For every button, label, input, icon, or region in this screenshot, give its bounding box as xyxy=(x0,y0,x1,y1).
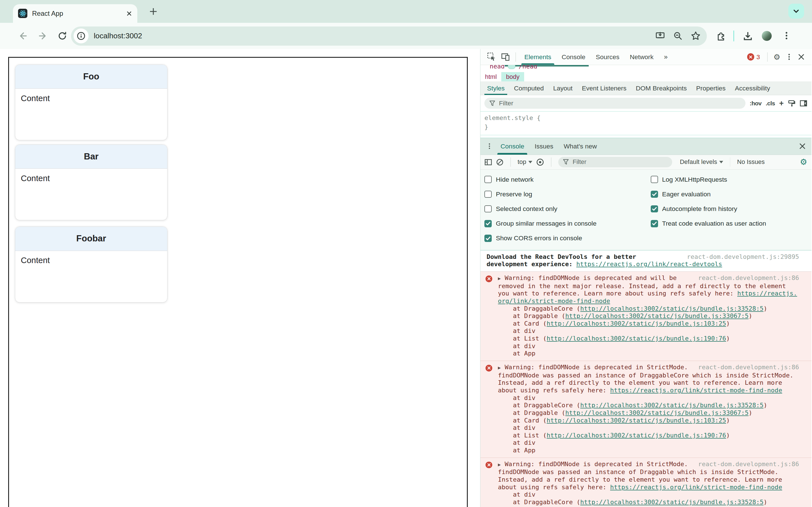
toggle-classes-button[interactable]: .cls xyxy=(766,100,775,107)
devtools-close-icon[interactable] xyxy=(798,54,805,60)
browser-menu-icon[interactable] xyxy=(782,31,791,40)
message-source-link[interactable]: react-dom.development.js:86 xyxy=(698,274,799,282)
stack-frame-link[interactable]: http://localhost:3002/static/js/bundle.j… xyxy=(547,320,726,327)
address-bar[interactable]: localhost:3002 xyxy=(71,26,707,46)
install-app-icon[interactable] xyxy=(655,31,665,41)
tab-properties[interactable]: Properties xyxy=(691,81,730,95)
message-link[interactable]: https://reactjs.org/link/strict-mode-fin… xyxy=(610,387,782,394)
downloads-icon[interactable] xyxy=(743,31,753,41)
tab-close-icon[interactable] xyxy=(126,11,132,16)
toggle-hover-state-button[interactable]: :hov xyxy=(750,100,762,107)
breadcrumb-body[interactable]: body xyxy=(501,72,524,81)
message-link[interactable]: https://reactjs.org/link/strict-mode-fin… xyxy=(610,484,782,491)
console-setting-row[interactable]: Eager evaluation xyxy=(651,187,808,202)
more-tabs-icon[interactable]: » xyxy=(659,49,673,64)
tab-styles[interactable]: Styles xyxy=(483,81,509,95)
log-levels-dropdown[interactable]: Default levels xyxy=(680,158,723,166)
console-drawer: Console Issues What's new xyxy=(480,138,812,507)
checkbox-icon[interactable] xyxy=(485,191,492,198)
stack-frame-link[interactable]: http://localhost:3002/static/js/bundle.j… xyxy=(547,417,726,424)
reload-button[interactable] xyxy=(57,31,67,41)
checkbox-icon[interactable] xyxy=(485,235,492,242)
expand-triangle-icon[interactable]: ▶ xyxy=(498,461,505,469)
checkbox-icon[interactable] xyxy=(485,205,492,213)
forward-button[interactable] xyxy=(38,31,48,41)
new-style-rule-icon[interactable]: + xyxy=(779,99,783,108)
console-setting-row[interactable]: Log XMLHttpRequests xyxy=(651,172,808,187)
stack-frame-link[interactable]: http://localhost:3002/static/js/bundle.j… xyxy=(580,305,763,312)
drawer-close-icon[interactable] xyxy=(799,143,806,150)
tab-console[interactable]: Console xyxy=(557,49,591,64)
console-settings-gear-icon[interactable]: ⚙ xyxy=(800,157,807,167)
tab-sources[interactable]: Sources xyxy=(591,49,625,64)
checkbox-icon[interactable] xyxy=(651,176,658,183)
console-setting-row[interactable]: Show CORS errors in console xyxy=(485,231,651,245)
console-filter-input[interactable]: Filter xyxy=(558,157,672,167)
card-foobar[interactable]: Foobar Content xyxy=(15,226,168,302)
back-button[interactable] xyxy=(18,31,28,41)
checkbox-icon[interactable] xyxy=(651,191,658,198)
live-expression-eye-icon[interactable] xyxy=(536,158,544,166)
stack-frame-link[interactable]: http://localhost:3002/static/js/bundle.j… xyxy=(565,313,749,320)
message-link[interactable]: https://reactjs.org/link/react-devtools xyxy=(576,261,722,268)
checkbox-icon[interactable] xyxy=(651,220,658,227)
profile-avatar[interactable] xyxy=(762,31,772,41)
elements-tree-clipped-row[interactable]: head /head xyxy=(480,65,812,72)
tab-search-button[interactable] xyxy=(788,4,804,18)
new-tab-button[interactable] xyxy=(148,6,158,17)
console-setting-row[interactable]: Preserve log xyxy=(485,187,651,202)
card-bar[interactable]: Bar Content xyxy=(15,145,168,220)
stack-frame-link[interactable]: http://localhost:3002/static/js/bundle.j… xyxy=(547,432,726,439)
issues-counter[interactable]: No Issues xyxy=(737,158,765,166)
card-foo[interactable]: Foo Content xyxy=(15,64,168,140)
checkbox-icon[interactable] xyxy=(651,205,658,213)
error-count-badge[interactable]: 3 xyxy=(747,53,760,61)
stack-frame-link[interactable]: http://localhost:3002/static/js/bundle.j… xyxy=(547,335,726,342)
expand-triangle-icon[interactable]: ▶ xyxy=(498,364,505,372)
stack-frame-link[interactable]: http://localhost:3002/static/js/bundle.j… xyxy=(565,409,749,416)
checkbox-icon[interactable] xyxy=(485,220,492,227)
device-toolbar-icon[interactable] xyxy=(501,52,510,61)
console-setting-row[interactable]: Treat code evaluation as user action xyxy=(651,216,808,231)
url-text[interactable]: localhost:3002 xyxy=(94,32,655,40)
message-source-link[interactable]: react-dom.development.js:29895 xyxy=(687,253,799,261)
bookmark-star-icon[interactable] xyxy=(691,31,701,41)
message-source-link[interactable]: react-dom.development.js:86 xyxy=(698,363,799,371)
console-sidebar-icon[interactable] xyxy=(485,158,492,166)
drawer-tab-whats-new[interactable]: What's new xyxy=(559,138,602,155)
tab-dom-breakpoints[interactable]: DOM Breakpoints xyxy=(631,81,691,95)
styles-filter-input[interactable]: Filter xyxy=(485,98,746,109)
tab-computed[interactable]: Computed xyxy=(509,81,548,95)
message-source-link[interactable]: react-dom.development.js:86 xyxy=(698,460,799,468)
rendering-brush-icon[interactable] xyxy=(788,100,796,107)
devtools-settings-gear-icon[interactable]: ⚙ xyxy=(773,52,780,62)
tab-layout[interactable]: Layout xyxy=(548,81,577,95)
console-setting-row[interactable]: Group similar messages in console xyxy=(485,216,651,231)
console-setting-row[interactable]: Autocomplete from history xyxy=(651,202,808,216)
console-setting-row[interactable]: Hide network xyxy=(485,172,651,187)
context-selector[interactable]: top xyxy=(518,158,532,166)
stack-frame-link[interactable]: http://localhost:3002/static/js/bundle.j… xyxy=(580,402,763,409)
stack-frame-link[interactable]: http://localhost:3002/static/js/bundle.j… xyxy=(580,499,763,506)
tab-elements[interactable]: Elements xyxy=(519,49,556,64)
extensions-icon[interactable] xyxy=(716,31,726,41)
tab-event-listeners[interactable]: Event Listeners xyxy=(577,81,631,95)
drawer-tab-issues[interactable]: Issues xyxy=(529,138,559,155)
inspect-element-icon[interactable] xyxy=(487,52,496,61)
console-setting-row[interactable]: Selected context only xyxy=(485,202,651,216)
clear-console-icon[interactable] xyxy=(496,158,504,166)
drawer-tab-console[interactable]: Console xyxy=(495,138,529,155)
breadcrumb-html[interactable]: html xyxy=(480,72,502,81)
browser-tab[interactable]: React App xyxy=(13,4,137,23)
element-style-block[interactable]: element.style { } xyxy=(480,111,812,135)
zoom-out-icon[interactable] xyxy=(673,31,682,41)
expand-triangle-icon[interactable]: ▶ xyxy=(498,275,505,283)
tab-accessibility[interactable]: Accessibility xyxy=(730,81,775,95)
checkbox-icon[interactable] xyxy=(485,176,492,183)
site-info-icon[interactable] xyxy=(73,29,89,43)
toggle-sidebar-icon[interactable] xyxy=(800,100,808,107)
tab-network[interactable]: Network xyxy=(624,49,659,64)
drawer-menu-icon[interactable] xyxy=(486,143,493,150)
stack-frame-link[interactable]: http://localhost:3002/static/js/bundle.j… xyxy=(565,506,749,507)
devtools-menu-icon[interactable] xyxy=(785,53,793,61)
